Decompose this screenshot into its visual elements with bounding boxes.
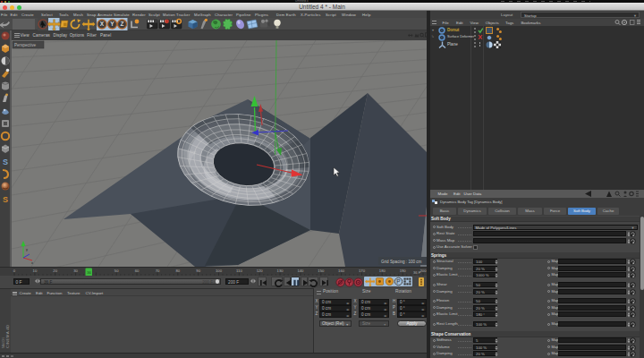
svg-text:S: S [3,195,8,204]
svg-text:10: 10 [33,268,38,273]
svg-text:60: 60 [135,268,140,273]
svg-text:200: 200 [420,268,428,273]
svg-text:S: S [3,158,8,166]
svg-text:x: x [31,260,33,265]
svg-text:CINEMA 4D: CINEMA 4D [5,325,10,348]
svg-text:80: 80 [175,268,180,273]
svg-text:20: 20 [53,268,57,273]
svg-text:Y: Y [110,21,114,27]
svg-text:36 F: 36 F [413,270,421,275]
svg-text:0: 0 [13,268,16,273]
svg-text:P: P [396,278,400,285]
svg-text:180: 180 [379,268,386,273]
svg-text:50: 50 [114,268,119,273]
svg-text:110: 110 [236,268,242,273]
svg-text:X: X [100,21,105,27]
svg-text:120: 120 [257,268,264,273]
svg-text:130: 130 [277,268,284,273]
svg-text:Z: Z [121,21,124,27]
svg-text:170: 170 [359,268,366,273]
svg-text:MAXON: MAXON [2,337,5,348]
svg-text:190: 190 [400,268,407,273]
svg-text:Perspective: Perspective [14,43,36,47]
svg-text:100: 100 [216,268,223,273]
svg-text:30: 30 [73,268,78,273]
svg-text:150: 150 [318,268,325,273]
svg-text:y: y [26,247,28,251]
svg-text:36: 36 [87,270,91,275]
svg-text:Grid Spacing : 100 cm: Grid Spacing : 100 cm [381,260,422,264]
svg-text:160: 160 [338,268,345,273]
svg-text:140: 140 [297,268,304,273]
svg-text:90: 90 [196,268,200,273]
svg-text:70: 70 [156,268,160,273]
